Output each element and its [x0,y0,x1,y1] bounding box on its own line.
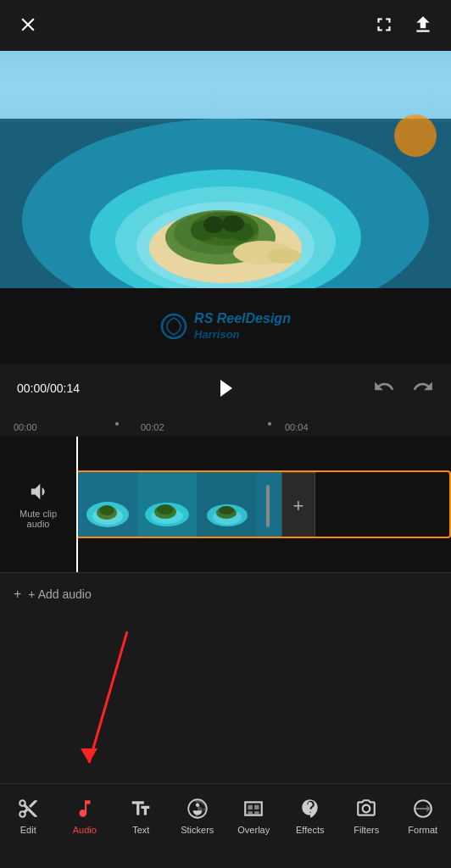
watermark-text: RS ReelDesignHarrison [160,311,291,342]
effects-icon [299,798,321,820]
svg-rect-36 [266,485,270,527]
bottom-toolbar: Edit Audio Text Stickers Ov [0,783,451,868]
music-icon [74,798,96,820]
add-icon: + [14,587,21,602]
toolbar-item-filters[interactable]: Filters [338,794,395,835]
audio-label: Audio [73,825,97,835]
toolbar-item-effects[interactable]: Effects [282,794,339,835]
overlay-label: Overlay [237,825,270,835]
text-label: Text [132,825,149,835]
time-display: 00:00/00:14 [17,381,80,395]
watermark-brand: RS ReelDesignHarrison [194,311,291,342]
svg-point-14 [222,215,244,232]
toolbar-item-text[interactable]: Text [113,794,170,835]
play-button[interactable] [211,373,242,403]
add-clip-icon: + [293,495,304,517]
undo-button[interactable] [373,376,395,400]
svg-line-37 [89,632,127,763]
mute-control[interactable]: Mute clipaudio [0,437,76,572]
red-arrow [42,623,178,784]
undo-icon [373,376,395,398]
video-clips-container: + [76,470,451,538]
add-audio-button[interactable]: + + Add audio [14,587,92,602]
svg-marker-38 [81,748,97,763]
filters-icon [355,798,377,820]
toolbar-item-overlay[interactable]: Overlay [226,794,282,835]
volume-icon [26,480,50,504]
audio-bar[interactable]: + + Add audio [0,572,451,615]
toolbar-item-stickers[interactable]: Stickers [170,794,226,835]
clip-thumb-4 [256,472,281,538]
close-icon [17,14,39,36]
controls-right [373,376,434,400]
fullscreen-button[interactable] [373,14,395,38]
play-icon [220,380,232,397]
export-icon [412,14,434,36]
toolbar-item-edit[interactable]: Edit [0,794,57,835]
timeline-track: + [76,437,451,572]
timeline-mark-4: 00:04 [285,422,309,432]
timeline-dot-1 [115,422,119,426]
export-button[interactable] [412,14,434,38]
redo-icon [412,376,434,398]
clip-area: Mute clipaudio [0,437,451,572]
timeline-ruler: 00:00 00:02 00:04 [0,411,451,437]
timeline-mark-2: 00:02 [141,422,164,432]
scissors-icon [17,798,39,820]
clip-thumb-3 [197,472,256,538]
svg-point-29 [157,504,174,515]
clip-thumb-img-2 [137,472,197,538]
timeline-mark-0: 00:00 [14,422,37,432]
text-icon [130,798,152,820]
svg-point-16 [267,248,301,264]
playhead [76,437,78,572]
add-clip-button[interactable]: + [281,472,315,538]
svg-point-34 [219,506,234,515]
clip-thumb-img-4 [256,472,281,538]
filters-label: Filters [354,825,379,835]
arrow-area [0,615,451,784]
controls-bar: 00:00/00:14 [0,364,451,411]
close-button[interactable] [17,14,39,38]
svg-point-24 [99,505,114,515]
sticker-icon [187,798,209,820]
format-label: Format [408,825,437,835]
stickers-label: Stickers [181,825,214,835]
redo-button[interactable] [412,376,434,400]
clip-thumb-1 [78,472,137,538]
top-bar [0,0,451,51]
clip-thumb-img-3 [197,472,256,538]
clip-thumb-img-1 [78,472,137,538]
top-bar-right [373,14,434,38]
edit-label: Edit [20,825,36,835]
fullscreen-icon [373,14,395,36]
svg-rect-17 [0,51,451,123]
watermark-logo-icon [160,313,187,340]
svg-point-13 [203,216,224,233]
timeline-marks: 00:00 00:02 00:04 [14,415,437,432]
toolbar-item-format[interactable]: Format [395,794,452,835]
effects-label: Effects [296,825,324,835]
format-icon [412,798,434,820]
overlay-icon [242,798,264,820]
watermark: RS ReelDesignHarrison [0,288,451,364]
add-audio-label: + Add audio [28,587,91,601]
mute-label: Mute clipaudio [19,509,57,529]
clip-thumb-2 [137,472,197,538]
svg-point-18 [394,114,437,157]
timeline-dot-2 [268,422,271,426]
toolbar-item-audio[interactable]: Audio [57,794,114,835]
